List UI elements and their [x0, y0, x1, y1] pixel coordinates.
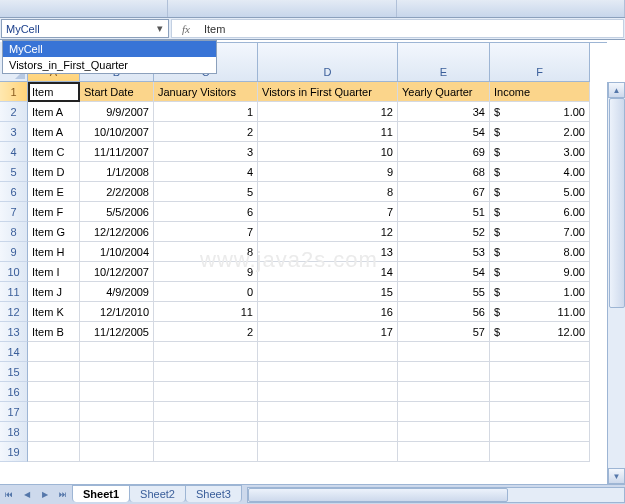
fx-icon[interactable]: fx [172, 23, 200, 35]
cell-income[interactable]: $11.00 [490, 302, 590, 322]
tab-last-icon[interactable]: ⏭ [54, 486, 72, 504]
header-cell[interactable]: Vistors in First Quarter [258, 82, 398, 102]
row-header[interactable]: 3 [0, 122, 28, 142]
cell-date[interactable]: 12/1/2010 [80, 302, 154, 322]
row-header[interactable]: 6 [0, 182, 28, 202]
cell-date[interactable]: 1/10/2004 [80, 242, 154, 262]
cell-empty[interactable] [258, 442, 398, 462]
cell-empty[interactable] [154, 442, 258, 462]
cell-item[interactable]: Item J [28, 282, 80, 302]
cell-date[interactable]: 4/9/2009 [80, 282, 154, 302]
header-cell[interactable]: Start Date [80, 82, 154, 102]
cell-empty[interactable] [28, 402, 80, 422]
cell-empty[interactable] [258, 342, 398, 362]
cell-empty[interactable] [398, 402, 490, 422]
cell-vfq[interactable]: 10 [258, 142, 398, 162]
cell-empty[interactable] [490, 402, 590, 422]
cell-income[interactable]: $1.00 [490, 102, 590, 122]
tab-next-icon[interactable]: ▶ [36, 486, 54, 504]
hscroll-thumb[interactable] [248, 488, 508, 502]
row-header[interactable]: 9 [0, 242, 28, 262]
row-header[interactable]: 1 [0, 82, 28, 102]
row-header[interactable]: 14 [0, 342, 28, 362]
cell-income[interactable]: $5.00 [490, 182, 590, 202]
row-header[interactable]: 8 [0, 222, 28, 242]
cell-empty[interactable] [258, 382, 398, 402]
row-header[interactable]: 18 [0, 422, 28, 442]
cell-yq[interactable]: 69 [398, 142, 490, 162]
vertical-scrollbar[interactable]: ▲ ▼ [607, 82, 625, 484]
cell-empty[interactable] [398, 442, 490, 462]
cell-jan[interactable]: 7 [154, 222, 258, 242]
cell-income[interactable]: $9.00 [490, 262, 590, 282]
row-header[interactable]: 17 [0, 402, 28, 422]
cell-item[interactable]: Item E [28, 182, 80, 202]
cell-jan[interactable]: 11 [154, 302, 258, 322]
cell-empty[interactable] [154, 422, 258, 442]
cell-date[interactable]: 2/2/2008 [80, 182, 154, 202]
row-header[interactable]: 12 [0, 302, 28, 322]
cell-item[interactable]: Item F [28, 202, 80, 222]
cell-jan[interactable]: 2 [154, 122, 258, 142]
cell-vfq[interactable]: 14 [258, 262, 398, 282]
cell-empty[interactable] [28, 422, 80, 442]
cell-empty[interactable] [154, 382, 258, 402]
row-header[interactable]: 2 [0, 102, 28, 122]
row-header[interactable]: 4 [0, 142, 28, 162]
sheet-tab[interactable]: Sheet1 [72, 485, 130, 502]
cell-yq[interactable]: 68 [398, 162, 490, 182]
cell-empty[interactable] [398, 422, 490, 442]
name-dropdown-item[interactable]: Vistors_in_First_Quarter [3, 57, 216, 73]
cell-jan[interactable]: 6 [154, 202, 258, 222]
header-cell[interactable]: Yearly Quarter [398, 82, 490, 102]
grid[interactable]: ItemStart DateJanuary VisitorsVistors in… [28, 82, 607, 484]
cell-date[interactable]: 9/9/2007 [80, 102, 154, 122]
cell-vfq[interactable]: 13 [258, 242, 398, 262]
cell-jan[interactable]: 1 [154, 102, 258, 122]
cell-vfq[interactable]: 9 [258, 162, 398, 182]
cell-jan[interactable]: 0 [154, 282, 258, 302]
row-header[interactable]: 19 [0, 442, 28, 462]
cell-income[interactable]: $7.00 [490, 222, 590, 242]
cell-income[interactable]: $3.00 [490, 142, 590, 162]
cell-empty[interactable] [28, 382, 80, 402]
cell-empty[interactable] [490, 442, 590, 462]
scroll-up-icon[interactable]: ▲ [608, 82, 625, 98]
cell-empty[interactable] [80, 382, 154, 402]
name-box[interactable]: ▾ [1, 19, 169, 38]
cell-date[interactable]: 10/10/2007 [80, 122, 154, 142]
row-header[interactable]: 11 [0, 282, 28, 302]
sheet-tab[interactable]: Sheet2 [129, 485, 186, 502]
row-header[interactable]: 5 [0, 162, 28, 182]
cell-empty[interactable] [154, 342, 258, 362]
cell-empty[interactable] [398, 362, 490, 382]
header-cell[interactable]: Income [490, 82, 590, 102]
tab-first-icon[interactable]: ⏮ [0, 486, 18, 504]
cell-vfq[interactable]: 8 [258, 182, 398, 202]
tab-prev-icon[interactable]: ◀ [18, 486, 36, 504]
cell-empty[interactable] [154, 402, 258, 422]
cell-income[interactable]: $6.00 [490, 202, 590, 222]
column-header[interactable]: F [490, 43, 590, 82]
cell-date[interactable]: 12/12/2006 [80, 222, 154, 242]
cell-empty[interactable] [28, 442, 80, 462]
sheet-tab[interactable]: Sheet3 [185, 485, 242, 502]
cell-jan[interactable]: 2 [154, 322, 258, 342]
cell-yq[interactable]: 51 [398, 202, 490, 222]
horizontal-scrollbar[interactable] [247, 487, 625, 503]
cell-item[interactable]: Item C [28, 142, 80, 162]
cell-yq[interactable]: 57 [398, 322, 490, 342]
name-box-input[interactable] [2, 21, 152, 37]
column-header[interactable]: E [398, 43, 490, 82]
header-cell[interactable]: Item [28, 82, 80, 102]
cell-jan[interactable]: 3 [154, 142, 258, 162]
cell-income[interactable]: $12.00 [490, 322, 590, 342]
cell-yq[interactable]: 53 [398, 242, 490, 262]
cell-empty[interactable] [398, 382, 490, 402]
cell-income[interactable]: $1.00 [490, 282, 590, 302]
name-box-dropdown[interactable]: MyCellVistors_in_First_Quarter [2, 40, 217, 74]
cell-empty[interactable] [490, 382, 590, 402]
cell-empty[interactable] [258, 402, 398, 422]
header-cell[interactable]: January Visitors [154, 82, 258, 102]
cell-vfq[interactable]: 11 [258, 122, 398, 142]
